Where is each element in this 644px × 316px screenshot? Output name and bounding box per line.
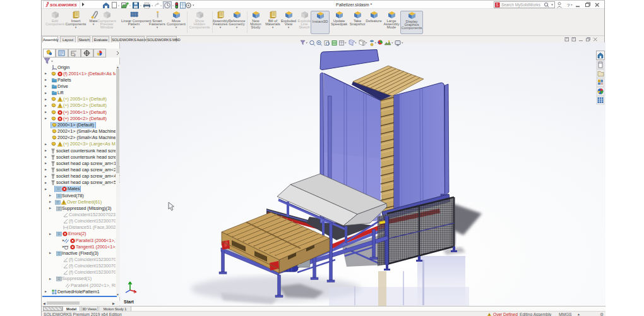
svg-text:Search MySolidWorks: Search MySolidWorks bbox=[501, 3, 540, 8]
svg-text:β: β bbox=[74, 53, 76, 57]
svg-text:S: S bbox=[496, 3, 499, 7]
svg-text:?: ? bbox=[567, 3, 570, 8]
svg-text:SOLIDWORKS: SOLIDWORKS bbox=[50, 3, 77, 7]
